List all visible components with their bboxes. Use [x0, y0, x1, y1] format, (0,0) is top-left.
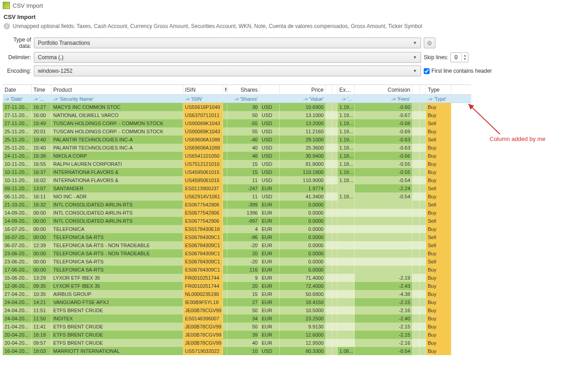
cell-gap [332, 233, 338, 241]
table-row[interactable]: 24-04-20...14:21VANGUARD FTSE APXJIE00B9… [3, 298, 471, 306]
column-header[interactable]: Price [280, 85, 326, 95]
cell-product: TELEFONICA SA-RTS - NON TRADEABLE [51, 249, 183, 258]
cell-price: 13.1000 [280, 111, 326, 119]
table-header-row[interactable]: DateTimeProductISINNSharesPriceExc...Com… [3, 85, 471, 95]
table-row[interactable]: 24-04-20...11:50INDITEXES014839600734EUR… [3, 314, 471, 323]
table-row[interactable]: 09-11-20...13:07SANTANDERES0113900J37-24… [3, 184, 471, 192]
column-mapping[interactable]: -> 'Shares' [227, 95, 260, 103]
table-row[interactable]: 17-06-20...00:00TELEFONICA SA-RTSES06784… [3, 266, 471, 274]
skip-lines-input[interactable] [451, 54, 462, 61]
column-mapping[interactable]: -> 'Date' [3, 95, 32, 103]
cell-shares: 27 [227, 298, 260, 306]
column-mapping[interactable] [326, 95, 332, 103]
cell-commission: -0.54 [355, 347, 412, 355]
column-mapping[interactable]: -> 'Type' [426, 95, 451, 103]
column-header[interactable] [332, 85, 338, 95]
cell-isin: US4595061015 [183, 168, 223, 176]
cell-commission: -0.66 [355, 152, 412, 160]
column-mapping[interactable]: -> '... [32, 95, 51, 103]
table-row[interactable]: 20-04-20...16:18ETFS BRENT CRUDEJE00B78C… [3, 331, 471, 339]
column-header[interactable]: ISIN [183, 85, 223, 95]
cell-gap [332, 152, 338, 160]
column-mapping[interactable] [412, 95, 420, 103]
table-row[interactable]: 24-11-20...15:38NIKOLA CORPUS65411010504… [3, 152, 471, 160]
table-row[interactable]: 23-06-20...00:00TELEFONICA SA-RTS - NON … [3, 249, 471, 258]
column-header[interactable]: Time [32, 85, 51, 95]
table-row[interactable]: 25-11-20...15:40PALANTIR TECHNOLOGIES IN… [3, 144, 471, 152]
table-row[interactable]: 23-06-20...00:00TELEFONICA SA-RTSES06784… [3, 258, 471, 266]
cell-gap [412, 127, 420, 136]
column-header[interactable] [260, 85, 280, 95]
column-header[interactable] [326, 85, 332, 95]
cell-gap [412, 136, 420, 144]
column-mapping[interactable] [420, 95, 426, 103]
table-row[interactable]: 27-04-20...10:35AIRBUS GROUPNL0000235190… [3, 290, 471, 298]
column-mapping[interactable]: -> '... [338, 95, 355, 103]
column-mapping[interactable] [332, 95, 338, 103]
cell-exchange [338, 209, 355, 217]
table-row[interactable]: 21-04-20...11:41ETFS BRENT CRUDEJE00B78C… [3, 323, 471, 331]
delimiter-dropdown[interactable]: Comma (,) ▼ [34, 52, 421, 63]
table-row[interactable]: 10-11-20...16:37INTERNATIONA FLAVORS &US… [3, 168, 471, 176]
table-row[interactable]: 16-07-20...00:00TELEFONICA SA-RTSES06784… [3, 233, 471, 241]
skip-lines-spinner[interactable]: ▲▼ [450, 52, 468, 62]
column-mapping[interactable] [260, 95, 280, 103]
column-header[interactable] [412, 85, 420, 95]
table-row[interactable]: 06-11-20...16:11NIO INC - ADRUS62914V106… [3, 192, 471, 201]
table-row[interactable]: 27-11-20...15:49TUSCAN HOLDINGS CORP. - … [3, 119, 471, 127]
cell-currency: USD [260, 168, 280, 176]
column-header[interactable]: Type [426, 85, 451, 95]
table-row[interactable]: 15-06-20...13:29LYXOR ETF IBEX 35FR00102… [3, 274, 471, 282]
cell-gap [332, 314, 338, 323]
cell-currency: EUR [260, 249, 280, 258]
column-mapping[interactable]: -> 'Security Name' [51, 95, 183, 103]
cell-exchange [338, 266, 355, 274]
cell-gap [412, 144, 420, 152]
cell-price: 0.0000 [280, 258, 326, 266]
table-row[interactable]: 20-04-20...09:57ETFS BRENT CRUDEJE00B78C… [3, 339, 471, 347]
table-row[interactable]: 25-11-20...19:40PALANTIR TECHNOLOGIES IN… [3, 136, 471, 144]
table-row[interactable]: 14-09-20...00:00INTL CONSOLIDATED AIRLIN… [3, 209, 471, 217]
column-mapping[interactable]: -> 'Fees' [355, 95, 412, 103]
column-header[interactable]: Comision [355, 85, 412, 95]
column-header[interactable]: Product [51, 85, 183, 95]
table-mapping-row[interactable]: -> 'Date'-> '...-> 'Security Name'-> 'IS… [3, 95, 471, 103]
cell-commission [355, 225, 412, 233]
table-row[interactable]: 24-04-20...11:51ETFS BRENT CRUDEJE00B78C… [3, 306, 471, 314]
column-header[interactable]: Shares [227, 85, 260, 95]
cell-currency: USD [260, 160, 280, 168]
column-header[interactable] [420, 85, 426, 95]
encoding-dropdown[interactable]: windows-1252 ▼ [34, 66, 421, 76]
cell-gap [420, 347, 426, 355]
first-line-header-checkbox[interactable] [424, 68, 430, 74]
column-mapping[interactable]: -> 'ISIN' [183, 95, 223, 103]
cell-type: Buy [426, 168, 451, 176]
table-row[interactable]: 27-11-20...16:27MACYS INC COMMON STOCUS5… [3, 103, 471, 111]
table-row[interactable]: 16-07-20...00:00TELEFONICAES0178430E184E… [3, 225, 471, 233]
table-row[interactable]: 16-04-20...18:03MARRIOTT INTERNATIONALUS… [3, 347, 471, 355]
table-row[interactable]: 25-11-20...20:01TUSCAN HOLDINGS CORP. - … [3, 127, 471, 136]
column-mapping[interactable]: -> 'Value' [280, 95, 326, 103]
column-header[interactable]: Exc... [338, 85, 355, 95]
type-of-data-dropdown[interactable]: Portfolio Transactions ▼ [34, 37, 421, 48]
table-row[interactable]: 10-11-20...16:55RALPH LAUREN CORPORATIUS… [3, 160, 471, 168]
cell-price: 11.2160 [280, 127, 326, 136]
table-row[interactable]: 10-11-20...16:02INTERNATIONA FLAVORS &US… [3, 176, 471, 184]
table-row[interactable]: 27-11-20...16:00NATIONAL OILWELL VARCOUS… [3, 111, 471, 119]
table-row[interactable]: 06-07-20...12:39TELEFONICA SA-RTS - NON … [3, 241, 471, 249]
column-header[interactable]: Date [3, 85, 32, 95]
table-row[interactable]: 21-10-20...16:32INTL CONSOLIDATED AIRLIN… [3, 201, 471, 209]
cell-isin: US69608A1088 [183, 136, 223, 144]
spinner-down-icon[interactable]: ▼ [462, 57, 468, 61]
table-row[interactable]: 14-09-20...00:00INTL CONSOLIDATED AIRLIN… [3, 217, 471, 225]
cell-type: Buy [426, 144, 451, 152]
spinner-up-icon[interactable]: ▲ [462, 54, 468, 57]
table-row[interactable]: 12-06-20...09:35LYXOR ETF IBEX 35FR00102… [3, 282, 471, 290]
column-mapping[interactable] [223, 95, 227, 103]
column-header[interactable]: N [223, 85, 227, 95]
settings-button[interactable]: ⚙ [424, 37, 435, 48]
cell-gap [412, 298, 420, 306]
cell-product: NATIONAL OILWELL VARCO [51, 111, 183, 119]
cell-product: TELEFONICA [51, 225, 183, 233]
cell-commission: -0.63 [355, 136, 412, 144]
